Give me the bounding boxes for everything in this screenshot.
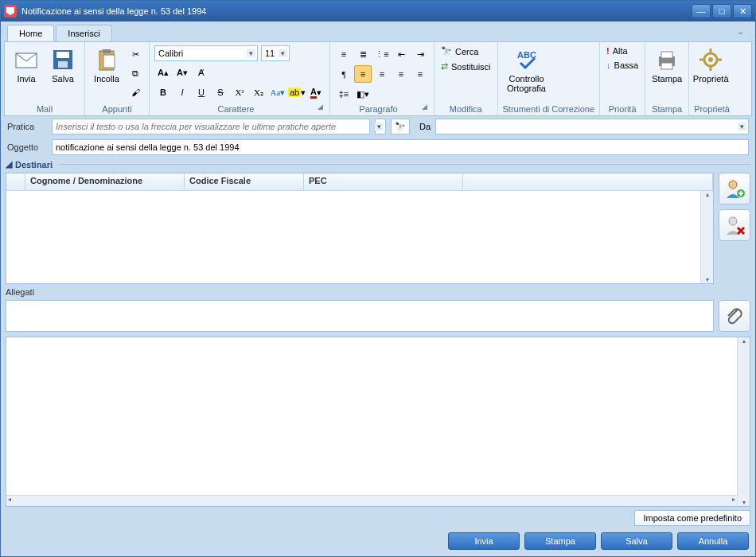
font-family-select[interactable]: Calibri [154,45,258,61]
change-case-button[interactable]: Aa▾ [269,84,286,101]
imposta-predefinito-button[interactable]: Imposta come predefinito [634,510,750,526]
allegati-list[interactable] [6,300,714,332]
group-mail: Invia Salva Mail [5,42,85,115]
col-pec[interactable]: PEC [304,173,463,190]
stampa-action-button[interactable]: Stampa [524,532,596,550]
svg-rect-10 [661,63,672,69]
table-scrollbar[interactable] [700,191,713,283]
message-editor[interactable] [6,337,750,507]
stampa-button[interactable]: Stampa [650,45,684,85]
col-cognome[interactable]: Cognome / Denominazione [25,173,185,190]
subscript-button[interactable]: X₂ [250,84,267,101]
col-codice-fiscale[interactable]: Codice Fiscale [185,173,304,190]
maximize-button[interactable]: □ [712,4,731,18]
spellcheck-icon: ABC [514,47,540,72]
row-selector-header[interactable] [6,173,25,190]
table-header: Cognome / Denominazione Codice Fiscale P… [6,173,713,191]
group-priorita: !Alta ↓Bassa Priorità [600,42,645,115]
pratica-search-button[interactable]: 🔭 [391,119,410,134]
titlebar: Notificazione ai sensi della legge n. 53… [1,1,755,21]
editor-scrollbar-h[interactable] [6,495,737,506]
attach-button[interactable] [719,300,750,332]
editor-scrollbar-v[interactable] [737,337,750,506]
group-correzione: ABC Controllo Ortografia Strumenti di Co… [498,42,601,115]
pratica-dropdown[interactable] [375,119,386,134]
paint-bucket-icon: ◧▾ [357,89,369,99]
italic-button[interactable]: I [173,84,191,101]
cut-button[interactable]: ✂ [127,45,144,63]
scissors-icon: ✂ [132,49,139,60]
align-right-button[interactable]: ≡ [392,65,410,83]
da-label: Da [415,122,431,131]
salva-button[interactable]: Salva [46,45,80,85]
svg-rect-3 [58,61,68,68]
salva-action-button[interactable]: Salva [601,532,672,550]
underline-button[interactable]: U [193,84,210,101]
justify-button[interactable]: ≡ [411,65,429,83]
svg-rect-9 [661,52,672,58]
shrink-font-button[interactable]: A▾ [173,64,191,81]
bullet-list-button[interactable]: ≡ [335,45,353,63]
copy-button[interactable]: ⧉ [127,64,144,82]
destinari-area: Cognome / Denominazione Codice Fiscale P… [6,173,750,284]
invia-button[interactable]: Invia [10,45,43,85]
line-spacing-button[interactable]: ‡≡ [335,85,353,103]
group-paragrafo: ≡ ≣ ⋮≡ ⇤ ⇥ ¶ ≡ ≡ ≡ ≡ ‡≡ ◧▾ Parag [330,42,435,115]
ribbon-tabs: Home Inserisci ⌄ [1,21,755,41]
allegati-label: Allegati [6,287,750,297]
svg-point-17 [729,181,737,189]
priorita-bassa-button[interactable]: ↓Bassa [605,60,640,71]
add-recipient-button[interactable] [719,173,750,204]
destinari-header[interactable]: ◢ Destinari [6,159,750,169]
close-button[interactable]: ✕ [733,4,752,18]
annulla-action-button[interactable]: Annulla [677,532,749,550]
format-painter-button[interactable]: 🖌 [127,84,144,101]
oggetto-input[interactable] [52,139,749,155]
bold-button[interactable]: B [154,84,172,101]
superscript-button[interactable]: X² [231,84,248,101]
decrease-indent-button[interactable]: ⇤ [392,45,410,63]
multilevel-list-button[interactable]: ⋮≡ [373,45,391,63]
tab-inserisci[interactable]: Inserisci [56,25,111,41]
pratica-row: Pratica 🔭 Da [1,116,755,137]
outdent-icon: ⇤ [398,49,405,60]
highlight-button[interactable]: ab▾ [288,84,306,101]
shading-button[interactable]: ◧▾ [354,85,372,103]
svg-point-12 [708,57,713,62]
font-size-select[interactable]: 11 [261,45,290,61]
number-list-button[interactable]: ≣ [354,45,372,63]
priorita-alta-button[interactable]: !Alta [605,45,629,56]
ribbon: Invia Salva Mail Incolla [4,41,752,116]
paragrafo-dialog-launcher[interactable]: ◢ [422,103,429,114]
strike-button[interactable]: S [212,84,229,101]
ribbon-collapse-icon[interactable]: ⌄ [732,25,749,41]
remove-recipient-button[interactable] [719,209,750,241]
col-extra[interactable] [463,173,713,190]
tab-home[interactable]: Home [7,25,54,41]
grow-font-button[interactable]: A▴ [154,64,172,81]
svg-rect-5 [103,49,111,53]
replace-icon: ⇄ [441,61,448,72]
sostituisci-button[interactable]: ⇄Sostituisci [439,60,493,72]
pilcrow-button[interactable]: ¶ [335,65,353,83]
incolla-button[interactable]: Incolla [90,45,123,85]
clear-format-button[interactable]: Ⱥ [193,64,210,81]
invia-action-button[interactable]: Invia [448,532,520,550]
person-add-icon [723,177,746,200]
increase-indent-button[interactable]: ⇥ [411,45,429,63]
binoculars-icon: 🔭 [441,46,452,56]
da-select[interactable] [435,119,749,134]
controllo-ortografia-button[interactable]: ABC Controllo Ortografia [503,45,551,95]
align-center-button[interactable]: ≡ [373,65,391,83]
brush-icon: 🖌 [131,88,140,97]
pratica-label: Pratica [7,122,47,131]
minimize-button[interactable]: — [692,4,711,18]
carattere-dialog-launcher[interactable]: ◢ [318,103,325,114]
cerca-button[interactable]: 🔭Cerca [439,45,480,57]
font-color-button[interactable]: A▾ [307,84,325,101]
align-left-button[interactable]: ≡ [354,65,372,83]
svg-rect-6 [103,55,115,68]
proprieta-button[interactable]: Proprietà [694,45,727,85]
paperclip-icon [725,306,744,325]
pratica-input[interactable] [52,119,370,134]
